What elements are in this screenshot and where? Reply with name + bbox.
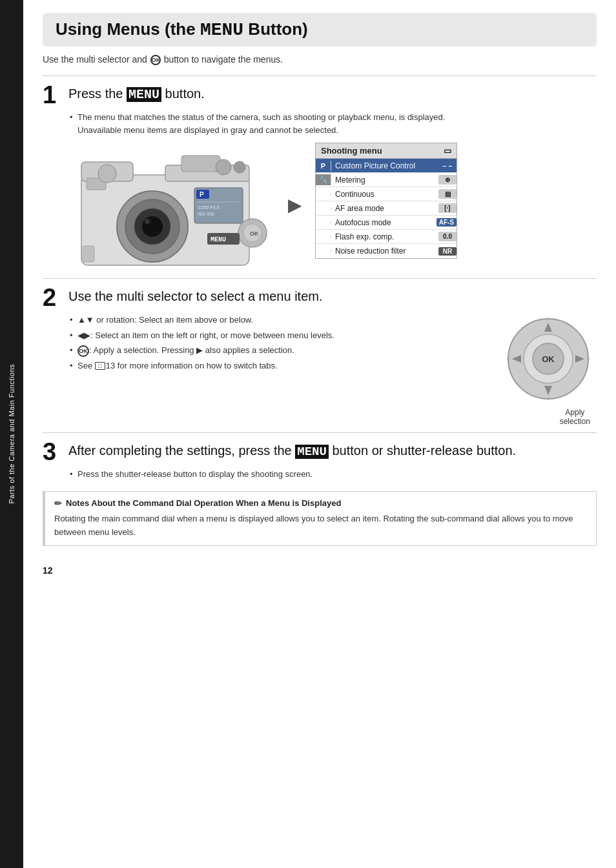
title-menu-word: MENU [200,20,243,40]
ok-dial-container: OK Apply s [500,314,597,426]
menu-row-noise: Noise reduction filter NR [316,244,457,258]
shooting-menu-header: Shooting menu ▭ [316,143,457,159]
step1-title-suffix: button. [161,86,205,101]
page-title-box: Using Menus (the MENU Button) [43,13,597,46]
step-1-title: Press the MENU button. [68,83,205,102]
step2-bullet-list: ▲▼ or rotation: Select an item above or … [68,314,480,372]
menu-row-metering: 🔧 Metering ⊕ [316,173,457,187]
step3-bullets: Press the shutter-release button to disp… [68,468,597,481]
svg-point-7 [142,216,163,237]
step3-title-menu: MENU [295,445,329,459]
page-number: 12 [43,565,597,576]
svg-text:1/250 F5.6: 1/250 F5.6 [198,205,220,210]
divider-3 [43,432,597,433]
svg-point-33 [547,318,549,320]
step-2-header: 2 Use the multi selector to select a men… [43,285,597,310]
svg-point-12 [98,165,116,183]
svg-point-11 [234,161,245,173]
step2-bullet-3: OK: Apply a selection. Pressing ▶ also a… [68,344,480,357]
notes-title-text: Notes About the Command Dial Operation W… [66,498,341,508]
step-2: 2 Use the multi selector to select a men… [43,285,597,426]
subtitle: Use the multi selector and OK button to … [43,54,597,65]
step2-bullet-1: ▲▼ or rotation: Select an item above or … [68,314,480,327]
menu-icon-af-area [316,207,331,210]
arrow-right: ▶ [288,143,302,216]
step1-title-menu: MENU [127,87,161,102]
step1-bullets: The menu that matches the status of the … [68,111,597,136]
svg-rect-3 [181,156,220,172]
shooting-menu-icon: ▭ [444,146,451,156]
menu-icon-metering: 🔧 [316,174,331,185]
step2-bullet-4: See □13 for more information on how to s… [68,359,480,372]
step3-title-prefix: After completing the settings, press the [68,443,295,458]
step-3-number: 3 [43,439,62,464]
svg-point-34 [547,398,549,400]
menu-value-noise: NR [438,247,457,256]
menu-value-af-area: [·] [438,203,457,213]
menu-row-flash: Flash exp. comp. 0.0 [316,230,457,244]
svg-point-35 [507,358,509,360]
sidebar-label: Parts of the Camera and Main Functions [8,364,15,503]
step-1-header: 1 Press the MENU button. [43,83,597,107]
notes-box: ✏ Notes About the Command Dial Operation… [43,491,597,547]
step-3-header: 3 After completing the settings, press t… [43,439,597,464]
shooting-menu-title: Shooting menu [321,146,382,156]
sidebar: Parts of the Camera and Main Functions [0,0,23,868]
menu-value-autofocus: AF-S [436,218,457,227]
menu-row-custom-picture: P Custom Picture Control – – [316,159,457,173]
ok-button-icon: OK [77,345,89,357]
menu-label-af-area: AF area mode [331,203,438,214]
shooting-menu: Shooting menu ▭ P Custom Picture Control… [315,143,457,259]
step-2-content: ▲▼ or rotation: Select an item above or … [68,314,597,426]
menu-icon-flash [316,236,331,238]
menu-label-noise: Noise reduction filter [331,245,438,257]
menu-label-metering: Metering [331,174,438,186]
menu-icon-continuous [316,193,331,196]
svg-point-36 [587,358,590,360]
menu-value-custom-picture: – – [438,161,457,171]
menu-row-autofocus: Autofocus mode AF-S [316,216,457,230]
menu-icon-P: P [316,161,331,171]
step-1-content: The menu that matches the status of the … [68,111,597,272]
step1-bullet-1: The menu that matches the status of the … [68,111,597,136]
step-3: 3 After completing the settings, press t… [43,439,597,481]
menu-row-continuous: Continuous ▤ [316,187,457,201]
menu-label-flash: Flash exp. comp. [331,231,438,243]
step-3-title: After completing the settings, press the… [68,439,516,459]
menu-icon-noise [316,250,331,252]
menu-row-af-area: AF area mode [·] [316,201,457,216]
menu-label-autofocus: Autofocus mode [331,217,436,228]
menu-label-continuous: Continuous [331,188,438,200]
book-icon: □ [95,362,105,370]
step2-bullets: ▲▼ or rotation: Select an item above or … [68,314,480,374]
divider-2 [43,278,597,279]
notes-icon: ✏ [54,498,62,509]
svg-text:OK: OK [542,354,555,364]
camera-illustration: P 1/250 F5.6 ISO 400 OK MENU [68,143,275,272]
step1-title-prefix: Press the [68,86,127,101]
svg-text:ISO 400: ISO 400 [198,212,214,216]
step3-title-suffix: button or shutter-release button. [329,443,516,458]
step3-bullet-1: Press the shutter-release button to disp… [68,468,597,481]
svg-point-10 [216,159,231,175]
step2-bullet-2: ◀▶: Select an item on the left or right,… [68,329,480,342]
title-suffix: Button) [243,19,308,39]
menu-icon-autofocus [316,221,331,224]
menu-label-custom-picture: Custom Picture Control [331,160,438,172]
svg-text:MENU: MENU [210,236,226,243]
svg-point-8 [145,219,150,224]
notes-title: ✏ Notes About the Command Dial Operation… [54,498,587,509]
divider-1 [43,76,597,76]
menu-value-metering: ⊕ [438,175,457,185]
menu-value-continuous: ▤ [438,189,457,199]
step-1: 1 Press the MENU button. The menu that m… [43,83,597,272]
svg-rect-24 [83,246,94,262]
main-content: Using Menus (the MENU Button) Use the mu… [23,0,616,601]
step-1-number: 1 [43,83,62,107]
step2-visual: ▲▼ or rotation: Select an item above or … [68,314,597,426]
step-3-content: Press the shutter-release button to disp… [68,468,597,481]
step-2-title: Use the multi selector to select a menu … [68,285,323,304]
ok-icon: OK [150,55,161,65]
camera-svg: P 1/250 F5.6 ISO 400 OK MENU [68,143,275,272]
menu-value-flash: 0.0 [438,232,457,241]
